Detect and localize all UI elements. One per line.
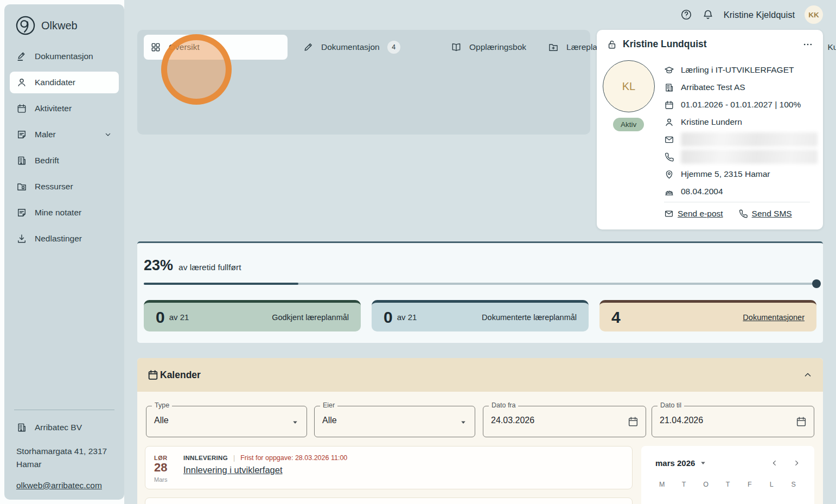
caret-down-icon: [458, 417, 468, 427]
filter-dato-til-input[interactable]: Dato til 21.04.2026: [652, 406, 814, 437]
mini-calendar-header: mars 2026: [641, 446, 814, 468]
person-icon: [16, 77, 27, 88]
user-avatar[interactable]: KK: [805, 5, 823, 24]
event-title-link[interactable]: Innlevering i utviklerfaget: [183, 462, 623, 475]
phone-icon: [738, 209, 748, 219]
sidebar-item-mine-notater[interactable]: Mine notater: [10, 202, 119, 224]
filter-label: Eier: [320, 401, 337, 409]
chevron-down-icon: [104, 130, 112, 139]
mini-calendar-month-select[interactable]: mars 2026: [655, 458, 708, 468]
candidate-avatar-initials: KL: [622, 80, 635, 93]
sidebar-item-ressurser[interactable]: Ressurser: [10, 176, 119, 197]
nav-item-opplaringsbok[interactable]: Opplæringsbok: [444, 35, 533, 60]
footer-company-name: Arribatec BV: [35, 423, 82, 432]
chevron-right-icon[interactable]: [792, 458, 801, 468]
stat-card-dokumentasjoner: 4 Dokumentasjoner: [599, 300, 816, 331]
sidebar-item-label: Kandidater: [35, 78, 75, 87]
avatar-initials: KK: [808, 11, 819, 19]
weekday-label: T: [673, 481, 694, 488]
candidate-nav-panel: Oversikt Dokumentasjon 4 Opplæringsbok L…: [137, 30, 590, 135]
app-root: Kristine Kjeldquist KK Oversikt Dokument…: [0, 0, 836, 504]
send-sms-link[interactable]: Send SMS: [738, 209, 792, 219]
calendar-icon: [147, 369, 159, 381]
education-value: Lærling i IT-UTVIKLERFAGET: [681, 65, 794, 75]
profile-row-education: Lærling i IT-UTVIKLERFAGET: [664, 61, 818, 79]
weekday-label: T: [717, 481, 738, 488]
progress-percent: 23%: [144, 257, 173, 274]
sidebar-item-label: Bedrift: [35, 156, 59, 165]
footer-email-link[interactable]: olkweb@arribatec.com: [14, 481, 102, 490]
profile-row-email: [664, 131, 818, 148]
sidebar: Olkweb Dokumentasjon Kandidater Aktivite…: [4, 4, 124, 500]
filter-eier-select[interactable]: Eier Alle: [314, 406, 475, 437]
lock-open-icon: [607, 39, 617, 50]
event-card-innlevering[interactable]: LØR 28 Mars INNLEVERING | Frist for oppg…: [145, 446, 633, 489]
weekday-label: F: [739, 481, 761, 488]
separator: |: [233, 454, 235, 462]
event-deadline: Frist for oppgave: 28.03.2026 11:00: [240, 454, 347, 462]
caret-down-icon: [290, 417, 300, 427]
help-icon[interactable]: [680, 9, 692, 21]
stat-value: 0: [384, 308, 393, 327]
profile-actions: Send e-post Send SMS: [664, 209, 792, 219]
app-logo: Olkweb: [14, 14, 78, 37]
logged-in-user-name: Kristine Kjeldquist: [724, 10, 795, 20]
weekday-label: O: [695, 481, 717, 488]
profile-divider: [664, 202, 810, 202]
calendar-icon[interactable]: [795, 416, 807, 428]
address-value: Hjemme 5, 2315 Hamar: [681, 169, 770, 179]
sidebar-item-label: Ressurser: [35, 182, 73, 192]
filter-value: Alle: [154, 416, 169, 425]
progress-panel: 23% av læretid fullført 0 av 21 Godkjent…: [137, 241, 823, 343]
profile-info-rows: Lærling i IT-UTVIKLERFAGET Arribatec Tes…: [664, 61, 818, 200]
calendar-icon[interactable]: [627, 416, 639, 428]
sidebar-item-label: Aktiviteter: [35, 104, 72, 113]
sidebar-item-dokumentasjon[interactable]: Dokumentasjon: [10, 46, 119, 67]
nav-item-dokumentasjon[interactable]: Dokumentasjon 4: [296, 35, 436, 60]
status-badge: Aktiv: [613, 118, 644, 131]
event-body: INNLEVERING | Frist for oppgave: 28.03.2…: [183, 453, 623, 483]
sidebar-menu: Dokumentasjon Kandidater Aktiviteter Mal…: [10, 46, 119, 254]
weekday-label: S: [783, 481, 805, 488]
sidebar-item-maler[interactable]: Maler: [10, 124, 119, 145]
event-meta-row: INNLEVERING | Frist for oppgave: 28.03.2…: [183, 453, 623, 462]
send-email-link[interactable]: Send e-post: [664, 209, 723, 219]
candidate-avatar: KL: [603, 60, 655, 112]
redacted-phone: [681, 150, 818, 164]
filter-label: Type: [152, 401, 172, 409]
stat-value: 0: [156, 308, 165, 327]
filter-type-select[interactable]: Type Alle: [146, 406, 307, 437]
collapse-chevron-up-icon[interactable]: [802, 369, 813, 380]
sidebar-item-aktiviteter[interactable]: Aktiviteter: [10, 98, 119, 119]
progress-caption: av læretid fullført: [178, 263, 241, 272]
footer-address: Storhamargata 41, 2317 Hamar: [14, 445, 114, 471]
send-email-label: Send e-post: [678, 209, 723, 219]
candidate-name: Kristine Lundquist: [623, 39, 797, 50]
event-card-kurs[interactable]: LØR KURS | 04.04.2026 KL. 10:00 - 04.04.…: [145, 497, 633, 504]
building-icon: [16, 155, 27, 166]
stat-card-dokumenterte: 0 av 21 Dokumenterte læreplanmål: [372, 300, 589, 331]
bell-icon[interactable]: [702, 9, 714, 21]
stat-value: 4: [611, 308, 621, 327]
stat-suffix: av 21: [397, 312, 417, 322]
caret-down-icon: [698, 458, 708, 468]
folder-plus-icon: [548, 42, 559, 53]
more-options-icon[interactable]: [802, 39, 813, 50]
sidebar-item-kandidater[interactable]: Kandidater: [10, 72, 119, 93]
dokumentasjoner-link[interactable]: Dokumentasjoner: [743, 313, 805, 322]
progress-fill: [144, 283, 298, 285]
sidebar-item-nedlastinger[interactable]: Nedlastinger: [10, 228, 119, 250]
sidebar-item-bedrift[interactable]: Bedrift: [10, 150, 119, 171]
phone-icon: [664, 152, 674, 162]
stat-label: Godkjent læreplanmål: [272, 313, 349, 322]
footer-company: Arribatec BV: [14, 422, 114, 433]
nav-item-label: Dokumentasjon: [321, 42, 380, 52]
folder-icon: [16, 181, 27, 192]
filter-dato-fra-input[interactable]: Dato fra 24.03.2026: [483, 406, 646, 437]
nav-item-oversikt[interactable]: Oversikt: [144, 35, 288, 60]
chevron-left-icon[interactable]: [770, 458, 779, 468]
profile-header: Kristine Lundquist: [597, 30, 823, 50]
period-value: 01.01.2026 - 01.01.2027 | 100%: [681, 100, 801, 110]
event-day-number: 28: [154, 461, 180, 474]
download-icon: [16, 233, 27, 244]
